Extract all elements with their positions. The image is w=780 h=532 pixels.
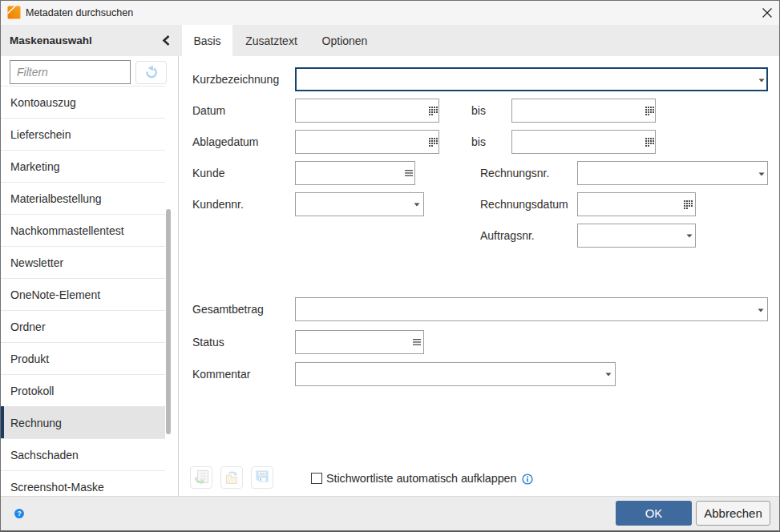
svg-text:?: ? xyxy=(17,510,21,518)
